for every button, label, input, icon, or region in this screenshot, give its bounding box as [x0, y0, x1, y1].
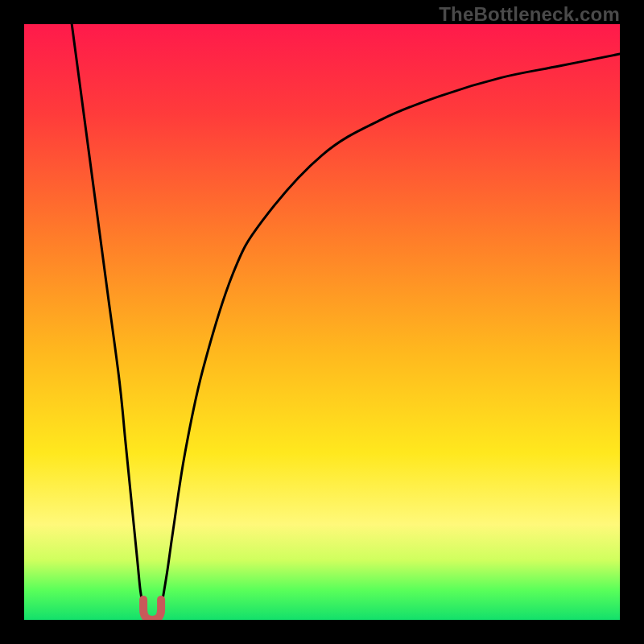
plot-svg: [24, 24, 620, 620]
plot-area: [24, 24, 620, 620]
gradient-background: [24, 24, 620, 620]
watermark-text: TheBottleneck.com: [439, 3, 620, 26]
chart-frame: TheBottleneck.com: [0, 0, 644, 644]
